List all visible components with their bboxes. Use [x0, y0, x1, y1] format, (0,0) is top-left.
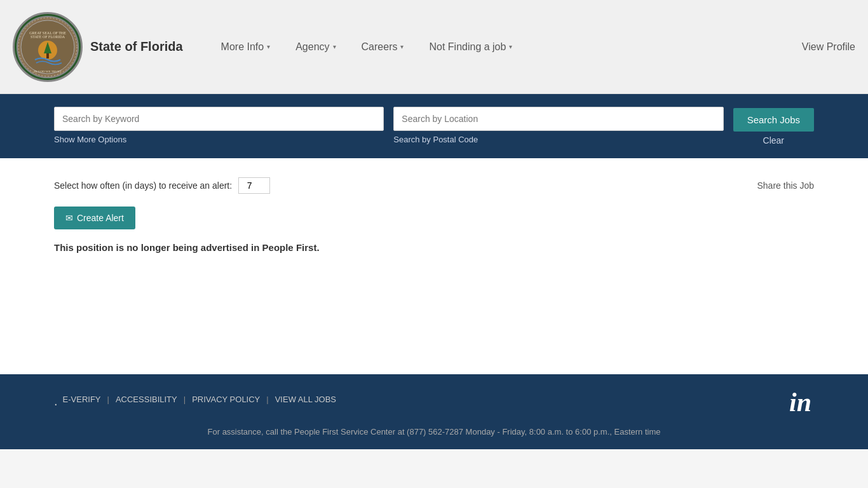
footer-assistance: For assistance, call the People First Se…: [54, 427, 814, 437]
footer-link-accessibility[interactable]: ACCESSIBILITY: [116, 395, 177, 404]
create-alert-row: ✉ Create Alert: [54, 207, 814, 229]
linkedin-icon[interactable]: in: [786, 387, 814, 421]
location-col: Search by Postal Code: [393, 107, 723, 144]
svg-text:STATE OF FLORIDA: STATE OF FLORIDA: [31, 35, 65, 39]
more-info-chevron-icon: ▾: [267, 43, 270, 50]
view-profile-link[interactable]: View Profile: [802, 41, 855, 52]
alert-days-input[interactable]: [238, 177, 270, 194]
main-content: Select how often (in days) to receive an…: [0, 158, 868, 374]
location-search-input[interactable]: [393, 107, 723, 131]
florida-seal: GREAT SEAL OF THE STATE OF FLORIDA IN GO…: [13, 12, 83, 82]
nav-not-finding[interactable]: Not Finding a job ▾: [416, 36, 525, 58]
search-actions: Search Jobs Clear: [733, 107, 814, 146]
search-jobs-button[interactable]: Search Jobs: [733, 108, 814, 132]
separator-2: |: [184, 395, 186, 404]
footer-links: E-VERIFY | ACCESSIBILITY | PRIVACY POLIC…: [63, 395, 336, 404]
share-job-link[interactable]: Share this Job: [757, 180, 815, 191]
brand-logo-link[interactable]: GREAT SEAL OF THE STATE OF FLORIDA IN GO…: [13, 12, 183, 82]
agency-chevron-icon: ▾: [333, 43, 336, 50]
search-by-postal-code-link[interactable]: Search by Postal Code: [393, 135, 723, 144]
svg-text:IN GOD WE TRUST: IN GOD WE TRUST: [34, 70, 61, 73]
nav-more-info[interactable]: More Info ▾: [208, 36, 283, 58]
search-bar: Show More Options Search by Postal Code …: [0, 94, 868, 158]
svg-text:in: in: [789, 388, 811, 415]
header-right: View Profile: [802, 41, 855, 53]
clear-button[interactable]: Clear: [763, 135, 784, 146]
alert-row: Select how often (in days) to receive an…: [54, 177, 814, 194]
position-message: This position is no longer being adverti…: [54, 242, 814, 253]
alert-left: Select how often (in days) to receive an…: [54, 177, 270, 194]
separator-3: |: [266, 395, 268, 404]
nav-careers[interactable]: Careers ▾: [349, 36, 417, 58]
footer-top-row: · E-VERIFY | ACCESSIBILITY | PRIVACY POL…: [54, 387, 814, 421]
brand-title-text: State of Florida: [90, 39, 183, 54]
svg-rect-6: [46, 53, 49, 58]
keyword-col: Show More Options: [54, 107, 384, 144]
footer-link-everify[interactable]: E-VERIFY: [63, 395, 101, 404]
site-footer: · E-VERIFY | ACCESSIBILITY | PRIVACY POL…: [0, 374, 868, 449]
not-finding-chevron-icon: ▾: [509, 43, 512, 50]
main-nav: More Info ▾ Agency ▾ Careers ▾ Not Findi…: [208, 36, 802, 58]
keyword-search-input[interactable]: [54, 107, 384, 131]
separator-1: |: [107, 395, 109, 404]
show-more-options-link[interactable]: Show More Options: [54, 135, 384, 144]
alert-label: Select how often (in days) to receive an…: [54, 180, 232, 191]
careers-chevron-icon: ▾: [400, 43, 403, 50]
footer-link-view-all-jobs[interactable]: VIEW ALL JOBS: [275, 395, 336, 404]
envelope-icon: ✉: [65, 213, 73, 223]
nav-agency[interactable]: Agency ▾: [283, 36, 348, 58]
footer-bullet: ·: [54, 396, 58, 411]
footer-link-privacy[interactable]: PRIVACY POLICY: [192, 395, 260, 404]
site-header: GREAT SEAL OF THE STATE OF FLORIDA IN GO…: [0, 0, 868, 94]
create-alert-button[interactable]: ✉ Create Alert: [54, 207, 135, 229]
